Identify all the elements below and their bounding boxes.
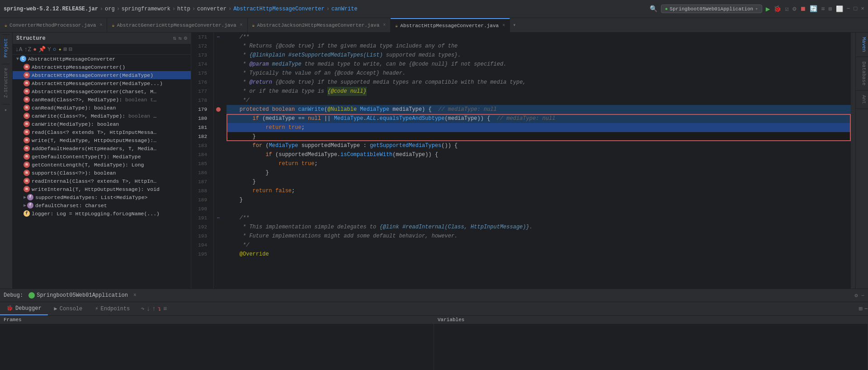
run-button[interactable]: ▶ bbox=[766, 5, 770, 14]
method-name[interactable]: canWrite bbox=[331, 6, 358, 12]
pin-icon[interactable]: 📌 bbox=[38, 46, 46, 53]
tree-item-9[interactable]: m write(T, MediaType, HttpOutputMessage)… bbox=[13, 136, 191, 144]
debug-content: Frames Variables bbox=[0, 316, 868, 370]
step-over-icon[interactable]: ↷ bbox=[141, 305, 144, 313]
tree-item-2[interactable]: m AbstractHttpMessageConverter(MediaType… bbox=[13, 79, 191, 87]
evaluate-icon[interactable]: ≡ bbox=[163, 305, 167, 313]
field-arrow-16[interactable]: ▶ bbox=[24, 194, 26, 200]
structure-tab-side[interactable]: Z-Structure bbox=[2, 64, 10, 101]
tree-item-15[interactable]: m writeInternal(T, HttpOutputMessage): v… bbox=[13, 185, 191, 193]
tree-item-1[interactable]: m AbstractHttpMessageConverter(MediaType… bbox=[13, 71, 191, 79]
settings-icon[interactable]: ⚙ bbox=[184, 35, 187, 42]
gc-174 bbox=[214, 60, 223, 69]
tab-close-4[interactable]: × bbox=[502, 23, 505, 28]
scroll-bar-vertical[interactable] bbox=[851, 33, 855, 289]
code-line-183: for ( MediaType supportedMediaType : get… bbox=[226, 141, 851, 150]
collapse-all-icon[interactable]: ⊟ bbox=[69, 46, 72, 53]
structure-title: Structure bbox=[16, 35, 46, 42]
coverage-button[interactable]: ☑ bbox=[785, 5, 788, 13]
tree-item-8[interactable]: m read(Class<? extends T>, HttpInputMess… bbox=[13, 128, 191, 136]
update-button[interactable]: 🔄 bbox=[810, 5, 817, 13]
tree-item-18[interactable]: f logger: Log = HttpLogging.forLogName(.… bbox=[13, 209, 191, 218]
debug-app[interactable]: Springboot05Web01Application bbox=[28, 292, 128, 299]
method-icon-8: m bbox=[24, 129, 30, 135]
ln-177: 177 bbox=[191, 87, 211, 96]
close-icon[interactable]: × bbox=[861, 5, 864, 12]
root-arrow[interactable]: ▼ bbox=[16, 57, 19, 62]
collapse-icon[interactable]: ⇆ bbox=[179, 35, 182, 42]
layout-icon[interactable]: ⊞ bbox=[829, 5, 832, 13]
tab-close-3[interactable]: × bbox=[383, 23, 386, 28]
tree-item-7[interactable]: m canWrite(MediaType): boolean bbox=[13, 120, 191, 128]
favorites-tab[interactable]: ★ bbox=[2, 104, 10, 117]
run-to-cursor-icon[interactable]: ↴ bbox=[158, 305, 161, 313]
gc-179[interactable] bbox=[214, 105, 223, 114]
item-label-5: canRead(MediaType): boolean bbox=[32, 105, 116, 111]
minimize-icon[interactable]: − bbox=[847, 5, 850, 12]
debug-run-button[interactable]: 🐞 bbox=[774, 5, 781, 13]
star-icon[interactable]: ✦ bbox=[58, 46, 62, 53]
endpoints-tab[interactable]: ⚡ Endpoints bbox=[89, 302, 136, 315]
more-button[interactable]: ≡ bbox=[821, 5, 825, 13]
tab-abstract-generic[interactable]: ☕ AbstractGenericHttpMessageConverter.ja… bbox=[107, 18, 247, 32]
tree-item-14[interactable]: m readInternal(Class<? extends T>, HttpI… bbox=[13, 177, 191, 185]
jar-label[interactable]: spring-web-5.2.12.RELEASE.jar bbox=[4, 6, 98, 12]
tree-item-16[interactable]: ▶ f supportedMediaTypes: List<MediaType> bbox=[13, 193, 191, 201]
sort-alpha-icon[interactable]: ↓A bbox=[15, 46, 23, 53]
maven-tab[interactable]: Maven bbox=[856, 33, 868, 57]
database-tab[interactable]: Database bbox=[856, 57, 868, 90]
debugger-tab[interactable]: 🐞 Debugger bbox=[0, 302, 48, 315]
tree-item-17[interactable]: ▶ f defaultCharset: Charset bbox=[13, 201, 191, 209]
tree-item-13[interactable]: m supports(Class<?>): boolean bbox=[13, 169, 191, 177]
field-arrow-17[interactable]: ▶ bbox=[24, 203, 26, 208]
code-editor[interactable]: /** * Returns {@code true} if the given … bbox=[223, 33, 851, 289]
expand-all-icon[interactable]: ⊞ bbox=[63, 46, 67, 53]
ant-tab[interactable]: Ant bbox=[856, 90, 868, 109]
class-name[interactable]: AbstractHttpMessageConverter bbox=[233, 6, 325, 12]
tree-item-3[interactable]: m AbstractHttpMessageConverter(Charset, … bbox=[13, 87, 191, 95]
tab-close-2[interactable]: × bbox=[240, 23, 243, 28]
build-button[interactable]: ⚙ bbox=[793, 5, 796, 13]
gc-172 bbox=[214, 42, 223, 51]
debug-tab-bar: 🐞 Debugger ▶ Console ⚡ Endpoints ↷ ↓ ↑ ↴… bbox=[0, 302, 868, 316]
pkg-springframework[interactable]: springframework bbox=[122, 6, 170, 12]
tree-item-0[interactable]: m AbstractHttpMessageConverter() bbox=[13, 63, 191, 71]
project-tab[interactable]: Project bbox=[2, 34, 10, 61]
window-icon[interactable]: ⬜ bbox=[836, 5, 843, 13]
grid-icon[interactable]: ⊞ bbox=[859, 305, 862, 313]
search-icon[interactable]: 🔍 bbox=[650, 5, 657, 13]
run-config[interactable]: ● Springboot05Web01Application ▾ bbox=[661, 5, 762, 13]
tree-root[interactable]: ▼ C AbstractHttpMessageConverter bbox=[13, 55, 191, 63]
step-into-icon[interactable]: ↓ bbox=[146, 305, 150, 313]
tree-item-10[interactable]: m addDefaultHeaders(HttpHeaders, T, Medi… bbox=[13, 144, 191, 152]
sort-icon[interactable]: ⇅ bbox=[173, 35, 176, 42]
tree-item-11[interactable]: m getDefaultContentType(T): MediaType bbox=[13, 152, 191, 161]
stop-button[interactable]: ⏹ bbox=[800, 5, 806, 13]
tab-abstract-http[interactable]: ☕ AbstractHttpMessageConverter.java × bbox=[391, 18, 510, 32]
tree-item-4[interactable]: m canRead(Class<?>, MediaType): boolean … bbox=[13, 95, 191, 104]
tab-abstract-jackson[interactable]: ☕ AbstractJackson2HttpMessageConverter.j… bbox=[248, 18, 391, 32]
tab-overflow[interactable]: ▾ bbox=[510, 22, 519, 28]
frames-content[interactable] bbox=[0, 324, 434, 370]
pkg-converter[interactable]: converter bbox=[197, 6, 226, 12]
maximize-icon[interactable]: □ bbox=[854, 5, 857, 12]
variables-pane: Variables bbox=[434, 316, 868, 370]
sort-type-icon[interactable]: ↑Z bbox=[24, 46, 32, 53]
tree-item-12[interactable]: m getContentLength(T, MediaType): Long bbox=[13, 161, 191, 169]
circle-o-icon[interactable]: ○ bbox=[53, 46, 57, 53]
pkg-http[interactable]: http bbox=[177, 6, 190, 12]
filter-icon[interactable]: Y bbox=[47, 46, 51, 53]
pkg-org[interactable]: org bbox=[105, 6, 115, 12]
tab-converter-method[interactable]: ☕ ConverterMethodProcessor.java × bbox=[0, 18, 107, 32]
variables-content[interactable] bbox=[434, 324, 868, 370]
code-line-175: * Typically the value of an {@code Accep… bbox=[226, 69, 851, 78]
tree-item-5[interactable]: m canRead(MediaType): boolean bbox=[13, 104, 191, 112]
tab-close-1[interactable]: × bbox=[99, 23, 102, 28]
console-tab[interactable]: ▶ Console bbox=[48, 302, 89, 315]
tree-item-6[interactable]: m canWrite(Class<?>, MediaType): boolean… bbox=[13, 112, 191, 120]
visibility-icon[interactable]: ● bbox=[33, 46, 37, 53]
debug-settings[interactable]: ⚙ − bbox=[854, 292, 864, 299]
debug-close-btn[interactable]: × bbox=[133, 292, 137, 299]
minus-icon[interactable]: − bbox=[864, 305, 868, 313]
step-out-icon[interactable]: ↑ bbox=[152, 305, 156, 313]
